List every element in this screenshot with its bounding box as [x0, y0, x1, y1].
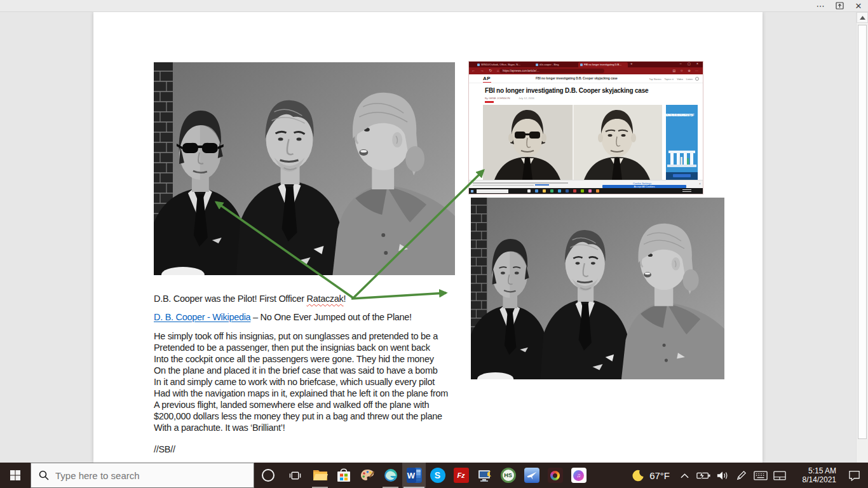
word-titlebar: ⋯ ✕: [0, 0, 868, 12]
scroll-up-arrow-icon: [860, 16, 865, 20]
mini-search-box: [477, 189, 508, 193]
desktop-screen: ⋯ ✕: [0, 0, 868, 488]
taskbar-app-travel[interactable]: [520, 463, 543, 488]
temperature-label: 67°F: [649, 470, 670, 481]
search-icon: [39, 470, 49, 480]
new-tab-button[interactable]: +: [630, 62, 633, 65]
task-view-icon: [289, 470, 301, 482]
ad-bank-illustration: [666, 144, 698, 172]
taskbar-app-skype[interactable]: S: [426, 463, 449, 488]
touchpad-settings-button[interactable]: [770, 463, 789, 488]
taskbar-search[interactable]: [31, 463, 254, 488]
file-explorer-icon: [313, 468, 328, 483]
masthead-search-icon[interactable]: [695, 77, 699, 81]
paint-icon: [360, 468, 375, 483]
mini-start-icon: [471, 190, 473, 193]
action-center-button[interactable]: [840, 463, 868, 488]
restore-window-button[interactable]: [830, 0, 849, 11]
tab-favicon: [536, 64, 538, 66]
ellipsis-icon: ⋯: [817, 2, 825, 10]
tray-chevron-button[interactable]: [675, 463, 694, 488]
cookie-text-line: [473, 182, 568, 184]
masthead-title: FBI no longer investigating D.B. Cooper …: [536, 77, 618, 80]
cookie-close-icon[interactable]: ×: [699, 182, 701, 186]
crew-photo-original[interactable]: [471, 198, 724, 379]
word-page[interactable]: WIN10/Outlook, Office, Skype, N… d.b.coo…: [93, 12, 763, 463]
skype-icon: S: [430, 468, 445, 483]
scroll-up-button[interactable]: [857, 12, 868, 23]
microsoft-store-icon: [337, 468, 351, 483]
tab-favicon: [477, 64, 480, 66]
restore-window-icon: [836, 2, 844, 10]
date-label: 8/14/2021: [803, 475, 836, 484]
airplane-icon: [524, 468, 539, 483]
intro-line: D.B. Cooper was the Pilot! First Officer…: [154, 293, 448, 304]
close-icon: ✕: [855, 2, 862, 10]
article-headline: FBI no longer investigating D.B. Cooper …: [485, 87, 648, 94]
windows-ink-button[interactable]: [732, 463, 751, 488]
filezilla-icon: Fz: [454, 468, 469, 483]
cookie-settings-link[interactable]: Cookie Settings: [633, 182, 651, 185]
browser-toolbar-icons[interactable]: ▤ ☆ ⊕ ⋯: [672, 69, 700, 72]
cortana-icon: [262, 469, 275, 482]
sidebar-ad[interactable]: EARN 1.5X POINTSON PURCHASES OF$5K OR MO…: [666, 105, 698, 180]
ribbon-options-button[interactable]: ⋯: [811, 0, 830, 11]
word-icon: W: [407, 468, 422, 483]
start-button[interactable]: [0, 463, 31, 488]
mini-clock: [682, 189, 691, 190]
address-bar[interactable]: https://apnews.com/article/…: [499, 69, 604, 73]
close-window-button[interactable]: ✕: [849, 0, 868, 11]
taskbar: W S Fz HS: [0, 463, 868, 488]
taskbar-app-hs[interactable]: HS: [496, 463, 520, 488]
battery-status[interactable]: [694, 463, 713, 488]
wikipedia-link[interactable]: D. B. Cooper - Wikipedia: [154, 312, 250, 322]
ap-masthead: AP FBI no longer investigating D.B. Coop…: [469, 74, 703, 83]
screenshot-taskbar: [469, 188, 703, 194]
touch-keyboard-button[interactable]: [751, 463, 770, 488]
clock[interactable]: 5:15 AM 8/14/2021: [789, 463, 840, 488]
ap-article-screenshot[interactable]: WIN10/Outlook, Office, Skype, N… d.b.coo…: [469, 62, 703, 194]
search-input[interactable]: [55, 470, 233, 481]
edge-icon: [383, 468, 398, 483]
browser-tab-1[interactable]: WIN10/Outlook, Office, Skype, N…: [475, 62, 531, 67]
system-tray: 67°F: [626, 463, 868, 488]
ap-logo[interactable]: AP: [483, 76, 491, 81]
headline-accent-bar: [485, 101, 494, 103]
weather-widget[interactable]: 67°F: [626, 463, 675, 488]
document-text: D.B. Cooper was the Pilot! First Officer…: [154, 293, 448, 455]
masthead-nav[interactable]: Top StoriesTopics ∨VideoListen: [646, 78, 693, 81]
keyboard-icon: [754, 471, 768, 480]
browser-tab-2[interactable]: d.b.cooper - Bing: [534, 62, 576, 67]
taskbar-app-paint[interactable]: [355, 463, 379, 488]
moon-icon: [631, 468, 645, 482]
signoff: //SB//: [154, 444, 448, 455]
touchpad-icon: [773, 471, 786, 480]
taskbar-app-microsoft-store[interactable]: [332, 463, 355, 488]
browser-tab-active[interactable]: FBI no longer investigating D.B…: [578, 62, 628, 67]
speaker-icon: [717, 471, 728, 480]
cortana-button[interactable]: [254, 463, 282, 488]
vertical-scrollbar[interactable]: [856, 12, 868, 463]
ad-button: [673, 174, 691, 177]
adobe-creative-cloud-icon: [548, 468, 563, 483]
browser-nav-buttons[interactable]: ← → ↻ ⌂: [471, 68, 501, 72]
task-view-button[interactable]: [282, 463, 308, 488]
tab-favicon: [580, 64, 583, 66]
browser-window-controls[interactable]: – ▢ ×: [680, 62, 701, 65]
taskbar-app-itunes[interactable]: ♫: [567, 463, 590, 488]
taskbar-app-adobe-cc[interactable]: [543, 463, 567, 488]
scrollbar-thumb[interactable]: [858, 25, 867, 439]
taskbar-app-word[interactable]: W: [402, 463, 426, 488]
battery-charging-icon: [696, 471, 710, 480]
action-center-icon: [848, 470, 860, 481]
itunes-icon: ♫: [571, 468, 587, 483]
taskbar-app-remote-desktop[interactable]: [473, 463, 496, 488]
privacy-policy-link[interactable]: [535, 184, 549, 186]
time-label: 5:15 AM: [808, 466, 836, 475]
taskbar-app-filezilla[interactable]: Fz: [449, 463, 473, 488]
article-byline: By GENE JOHNSON: [485, 97, 510, 100]
taskbar-app-edge[interactable]: [379, 463, 402, 488]
taskbar-app-file-explorer[interactable]: [308, 463, 332, 488]
crew-photo-edited-sunglasses[interactable]: [154, 62, 455, 275]
volume-button[interactable]: [713, 463, 732, 488]
